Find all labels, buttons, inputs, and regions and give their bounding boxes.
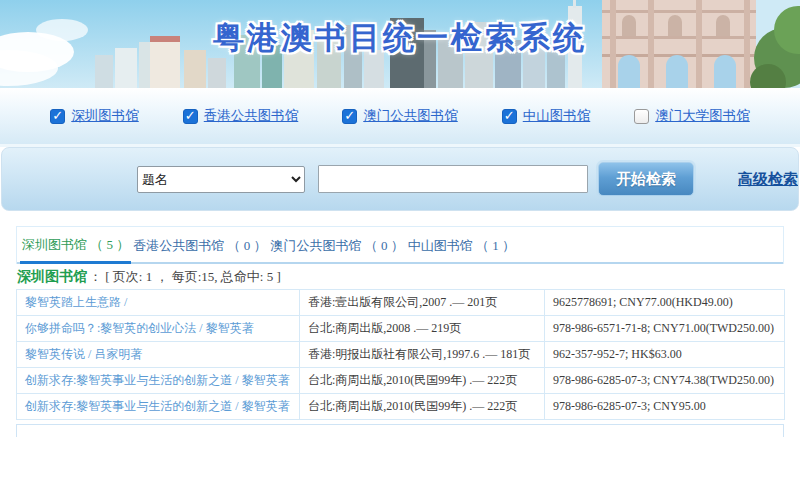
library-filter-label[interactable]: 澳门大学图书馆 xyxy=(655,107,750,125)
table-row: 创新求存:黎智英事业与生活的创新之道 / 黎智英著 台北:商周出版,2010(民… xyxy=(17,368,785,394)
advanced-search-link[interactable]: 高级检索 xyxy=(738,170,798,189)
banner: 粤港澳书目统一检索系统 xyxy=(0,0,800,88)
page-title: 粤港澳书目统一检索系统 xyxy=(0,17,800,59)
library-filter-shenzhen[interactable]: 深圳图书馆 xyxy=(50,107,139,125)
search-panel: 题名 开始检索 高级检索 xyxy=(1,147,799,211)
checkbox-icon[interactable] xyxy=(50,109,65,124)
book-title-link[interactable]: 创新求存:黎智英事业与生活的创新之道 / 黎智英著 xyxy=(25,373,290,387)
section-library-name: 深圳图书馆 xyxy=(17,268,87,286)
checkbox-icon[interactable] xyxy=(342,109,357,124)
table-row: 黎智英传说 / 吕家明著 香港:明报出版社有限公司,1997.6 .— 181页… xyxy=(17,342,785,368)
table-row: 黎智英踏上生意路 / 香港:壹出版有限公司,2007 .— 201页 96257… xyxy=(17,290,785,316)
search-submit-button[interactable]: 开始检索 xyxy=(598,162,694,196)
search-input[interactable] xyxy=(318,165,588,193)
result-section-header: 深圳图书馆 ： [ 页次: 1 ， 每页:15, 总命中: 5 ] xyxy=(16,264,784,289)
publication-cell: 香港:壹出版有限公司,2007 .— 201页 xyxy=(300,290,545,316)
book-title-link[interactable]: 你够拼命吗？:黎智英的创业心法 / 黎智英著 xyxy=(25,321,254,335)
results-table: 黎智英踏上生意路 / 香港:壹出版有限公司,2007 .— 201页 96257… xyxy=(16,289,785,420)
book-title-link[interactable]: 黎智英踏上生意路 / xyxy=(25,295,127,309)
library-filter-bar: 深圳图书馆 香港公共图书馆 澳门公共图书馆 中山图书馆 澳门大学图书馆 xyxy=(0,88,800,144)
library-filter-label[interactable]: 香港公共图书馆 xyxy=(204,107,299,125)
results-tab-box: 深圳图书馆 （ 5 ） 香港公共图书馆 （ 0 ） 澳门公共图书馆 （ 0 ） … xyxy=(16,226,784,264)
spacer xyxy=(0,211,800,226)
search-field-select[interactable]: 题名 xyxy=(137,166,305,193)
book-title-link[interactable]: 黎智英传说 / 吕家明著 xyxy=(25,347,142,361)
publication-cell: 台北:商周出版,2010(民国99年) .— 222页 xyxy=(300,368,545,394)
results-tabbar: 深圳图书馆 （ 5 ） 香港公共图书馆 （ 0 ） 澳门公共图书馆 （ 0 ） … xyxy=(17,227,783,264)
publication-cell: 台北:商周出版,2008 .— 219页 xyxy=(300,316,545,342)
table-row: 创新求存:黎智英事业与生活的创新之道 / 黎智英著 台北:商周出版,2010(民… xyxy=(17,394,785,420)
library-filter-label[interactable]: 深圳图书馆 xyxy=(71,107,139,125)
publication-cell: 香港:明报出版社有限公司,1997.6 .— 181页 xyxy=(300,342,545,368)
tab-shenzhen-library[interactable]: 深圳图书馆 （ 5 ） xyxy=(20,227,131,264)
isbn-price-cell: 9625778691; CNY77.00(HKD49.00) xyxy=(545,290,785,316)
book-title-link[interactable]: 创新求存:黎智英事业与生活的创新之道 / 黎智英著 xyxy=(25,399,290,413)
library-filter-hongkong[interactable]: 香港公共图书馆 xyxy=(183,107,299,125)
tab-hongkong-public-library[interactable]: 香港公共图书馆 （ 0 ） xyxy=(131,228,268,262)
next-section-stub xyxy=(16,424,784,437)
library-filter-zhongshan[interactable]: 中山图书馆 xyxy=(502,107,591,125)
isbn-price-cell: 978-986-6571-71-8; CNY71.00(TWD250.00) xyxy=(545,316,785,342)
isbn-price-cell: 978-986-6285-07-3; CNY74.38(TWD250.00) xyxy=(545,368,785,394)
library-filter-macau-university[interactable]: 澳门大学图书馆 xyxy=(634,107,750,125)
tab-macau-public-library[interactable]: 澳门公共图书馆 （ 0 ） xyxy=(269,228,406,262)
publication-cell: 台北:商周出版,2010(民国99年) .— 222页 xyxy=(300,394,545,420)
checkbox-icon[interactable] xyxy=(634,109,649,124)
isbn-price-cell: 962-357-952-7; HK$63.00 xyxy=(545,342,785,368)
table-row: 你够拼命吗？:黎智英的创业心法 / 黎智英著 台北:商周出版,2008 .— 2… xyxy=(17,316,785,342)
tab-zhongshan-library[interactable]: 中山图书馆 （ 1 ） xyxy=(406,228,517,262)
checkbox-icon[interactable] xyxy=(502,109,517,124)
library-filter-label[interactable]: 澳门公共图书馆 xyxy=(363,107,458,125)
section-page-info: ： [ 页次: 1 ， 每页:15, 总命中: 5 ] xyxy=(89,268,281,286)
isbn-price-cell: 978-986-6285-07-3; CNY95.00 xyxy=(545,394,785,420)
library-filter-label[interactable]: 中山图书馆 xyxy=(523,107,591,125)
library-filter-macau-public[interactable]: 澳门公共图书馆 xyxy=(342,107,458,125)
checkbox-icon[interactable] xyxy=(183,109,198,124)
